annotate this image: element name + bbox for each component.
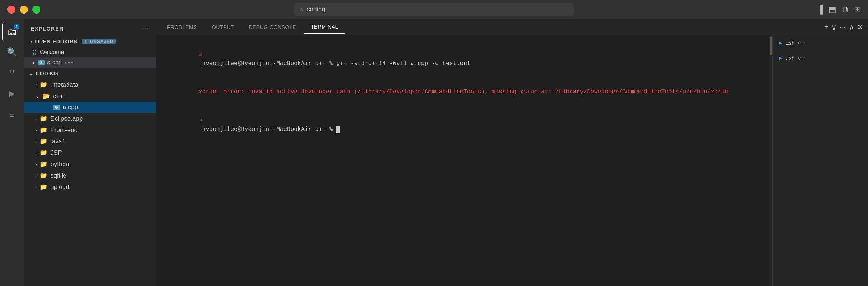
folder-jsp-label: JSP (50, 149, 62, 157)
main-layout: 🗂 1 🔍 ⑂ ▶ ⊟ EXPLORER ··· › OPEN EDITOR (0, 19, 868, 286)
activity-bar: 🗂 1 🔍 ⑂ ▶ ⊟ (0, 19, 24, 286)
command-palette[interactable]: ⌕ (294, 3, 574, 16)
sidebar-more-button[interactable]: ··· (142, 24, 149, 33)
search-icon: 🔍 (7, 47, 17, 57)
folder-python-icon: 📁 (40, 160, 47, 168)
tab-debug-console-label: DEBUG CONSOLE (249, 24, 296, 30)
coding-folder-header[interactable]: ⌄ CODING (24, 68, 156, 79)
tab-problems-label: PROBLEMS (167, 24, 197, 30)
coding-folder-arrow: ⌄ (29, 70, 34, 77)
titlebar-right-actions: ▐ ⬒ ⧉ ⊞ (817, 5, 861, 14)
open-editor-welcome-label: Welcome (40, 49, 64, 56)
jsp-arrow: › (35, 150, 37, 155)
terminal-list-panel: ▶ zsh c++ ▶ zsh c++ (772, 35, 868, 286)
panel-overflow-button[interactable]: ··· (840, 23, 846, 31)
editor-layout-button[interactable]: ⧉ (842, 5, 848, 14)
metadata-arrow: › (35, 82, 37, 87)
folder-java1[interactable]: › 📁 java1 (24, 136, 156, 147)
unsaved-dot: ● (32, 61, 35, 65)
folder-java1-label: java1 (50, 138, 65, 145)
terminal-list-item-1[interactable]: ▶ zsh c++ (773, 35, 868, 50)
terminal-item-2-badge: c++ (798, 55, 806, 61)
activity-extensions[interactable]: ⊟ (2, 104, 21, 124)
open-editors-badge: 1 unsaved (82, 39, 116, 44)
sidebar: EXPLORER ··· › OPEN EDITORS 1 unsaved ⟨⟩… (24, 19, 156, 286)
open-editors-section-header[interactable]: › OPEN EDITORS 1 unsaved (24, 36, 156, 47)
tab-terminal-label: TERMINAL (311, 24, 338, 30)
folder-frontend[interactable]: › 📁 Front-end (24, 124, 156, 136)
extensions-icon: ⊟ (9, 110, 15, 118)
sidebar-toggle-button[interactable]: ▐ (817, 5, 823, 14)
panel-tab-actions: + ∨ ··· ∧ ✕ (824, 23, 864, 32)
tab-debug-console[interactable]: DEBUG CONSOLE (242, 21, 303, 34)
titlebar: ‹ › ⌕ ▐ ⬒ ⧉ ⊞ (0, 0, 868, 19)
folder-java1-icon: 📁 (40, 137, 47, 145)
cpp-badge: G (38, 60, 45, 65)
terminal-content[interactable]: ⊙ hyeonjilee@Hyeonjiui-MacBookAir c++ % … (156, 35, 769, 286)
frontend-arrow: › (35, 127, 37, 133)
close-panel-button[interactable]: ✕ (857, 23, 864, 32)
terminal-item-2-label: zsh (786, 55, 794, 61)
folder-sqlfile[interactable]: › 📁 sqlfile (24, 170, 156, 181)
traffic-lights (7, 6, 40, 14)
activity-source-control[interactable]: ⑂ (2, 63, 21, 82)
open-editors-badge-label: unsaved (90, 39, 113, 44)
minimize-button[interactable] (20, 6, 28, 14)
folder-metadata[interactable]: › 📁 .metadata (24, 79, 156, 90)
maximize-panel-button[interactable]: ∧ (849, 23, 854, 32)
terminal-dropdown-button[interactable]: ∨ (831, 23, 837, 32)
open-editor-welcome[interactable]: ⟨⟩ Welcome (24, 47, 156, 57)
terminal-line-3: ○ hyeonjilee@Hyeonjiui-MacBookAir c++ % (163, 106, 762, 144)
panel-tabs: PROBLEMS OUTPUT DEBUG CONSOLE TERMINAL +… (156, 19, 868, 35)
terminal-item-1-badge: c++ (798, 40, 806, 46)
terminal-line-2: xcrun: error: invalid active developer p… (163, 78, 762, 106)
terminal-list-item-2[interactable]: ▶ zsh c++ (773, 50, 868, 65)
folder-eclipse[interactable]: › 📁 Eclipse.app (24, 113, 156, 124)
folder-python-label: python (50, 161, 69, 168)
error-circle-icon: ⊙ (199, 51, 202, 58)
sidebar-header: EXPLORER ··· (24, 19, 156, 36)
folder-sqlfile-icon: 📁 (40, 172, 47, 179)
folder-cpp[interactable]: ⌄ 📂 c++ (24, 90, 156, 102)
tab-output-label: OUTPUT (212, 24, 234, 30)
folder-sqlfile-label: sqlfile (50, 172, 66, 179)
open-folder-icon: 📂 (42, 92, 50, 100)
customize-layout-button[interactable]: ⊞ (854, 5, 861, 14)
new-terminal-button[interactable]: + (824, 23, 829, 31)
open-editor-acpp-label: a.cpp (47, 59, 62, 66)
maximize-button[interactable] (32, 6, 40, 14)
folder-jsp-icon: 📁 (40, 149, 47, 157)
tab-output[interactable]: OUTPUT (205, 21, 241, 34)
java1-arrow: › (35, 139, 37, 144)
upload-arrow: › (35, 184, 37, 190)
open-editor-acpp[interactable]: ● G a.cpp c++ (24, 57, 156, 68)
tab-terminal[interactable]: TERMINAL (304, 21, 345, 34)
search-icon: ⌕ (299, 6, 303, 13)
open-editors-label: OPEN EDITORS (35, 39, 77, 44)
vscode-icon: ⟨⟩ (32, 49, 37, 56)
activity-run[interactable]: ▶ (2, 84, 21, 103)
python-arrow: › (35, 161, 37, 167)
terminal-item-1-label: zsh (786, 40, 794, 46)
cpp-folder-arrow: ⌄ (35, 93, 39, 99)
folder-eclipse-icon: 📁 (40, 115, 47, 122)
folder-upload[interactable]: › 📁 upload (24, 181, 156, 193)
activity-explorer[interactable]: 🗂 1 (2, 22, 21, 41)
panel-layout-button[interactable]: ⬒ (829, 5, 836, 14)
terminal-scrollbar[interactable] (769, 35, 772, 286)
terminal-arrow-icon-2: ▶ (779, 55, 782, 61)
folder-jsp[interactable]: › 📁 JSP (24, 147, 156, 158)
activity-search[interactable]: 🔍 (2, 43, 21, 62)
file-acpp[interactable]: G a.cpp (24, 102, 156, 113)
editor-area: PROBLEMS OUTPUT DEBUG CONSOLE TERMINAL +… (156, 19, 868, 286)
folder-frontend-label: Front-end (50, 126, 78, 134)
command-palette-input[interactable] (307, 6, 569, 13)
source-control-icon: ⑂ (10, 68, 14, 78)
explorer-badge: 1 (14, 24, 19, 30)
close-button[interactable] (7, 6, 15, 14)
folder-python[interactable]: › 📁 python (24, 158, 156, 170)
run-icon: ▶ (9, 89, 15, 98)
acpp-file-icon: G (53, 105, 60, 110)
open-editor-acpp-lang: c++ (65, 60, 74, 65)
tab-problems[interactable]: PROBLEMS (160, 21, 204, 34)
